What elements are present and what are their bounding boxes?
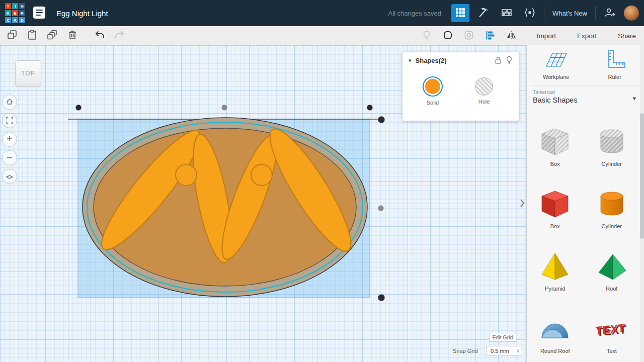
zoom-out-button[interactable]: [2, 150, 17, 165]
shape-category-dropdown[interactable]: Tinkercad Basic Shapes ▾: [527, 85, 644, 108]
home-icon: [6, 98, 14, 107]
box-thumb: [539, 188, 571, 221]
ruler-icon: [604, 49, 626, 71]
handle-bottom-right[interactable]: [378, 294, 385, 301]
workplane-tool[interactable]: Workplane: [527, 49, 586, 80]
category-brand: Tinkercad: [533, 89, 638, 95]
fit-view-icon: [6, 116, 14, 126]
shape-item-round-roof[interactable]: Round Roof: [527, 302, 584, 362]
shape-item-text[interactable]: TEXTTEXT Text: [584, 302, 640, 362]
handle-top-right[interactable]: [367, 105, 373, 111]
tinkercad-logo[interactable]: T I N K E R C A D: [5, 3, 25, 23]
dashboard-grid-button[interactable]: [451, 4, 469, 22]
cylinder-thumb: [596, 188, 628, 221]
chevron-right-icon: [520, 199, 525, 210]
handle-top-left[interactable]: [75, 105, 82, 111]
hole-label: Hole: [478, 99, 490, 105]
logo-tile: I: [12, 3, 18, 9]
shape-item-cylinder-hole[interactable]: Cylinder: [584, 115, 640, 177]
handle-top-mid[interactable]: [221, 105, 227, 111]
bricks-export-button[interactable]: [498, 4, 516, 22]
fit-view-button[interactable]: [2, 113, 17, 128]
ruler-tool[interactable]: Ruler: [586, 49, 644, 80]
redo-icon: [114, 29, 125, 42]
whats-new-link[interactable]: What's New: [549, 10, 590, 17]
hide-button[interactable]: [506, 56, 513, 66]
design-properties-button[interactable]: [30, 4, 48, 22]
lock-icon: [495, 56, 502, 65]
pickaxe-icon: [477, 7, 490, 20]
ungroup-button[interactable]: [463, 30, 475, 42]
redo-button[interactable]: [114, 30, 126, 42]
share-button[interactable]: Share: [618, 32, 636, 40]
shape-item-pyramid[interactable]: Pyramid: [527, 240, 584, 302]
codeblocks-button[interactable]: [521, 4, 539, 22]
mirror-icon: [506, 30, 517, 42]
hole-swatch: [475, 77, 493, 96]
logo-tile: T: [5, 3, 11, 9]
shape-item-roof[interactable]: Roof: [584, 240, 640, 302]
duplicate-button[interactable]: [46, 30, 58, 42]
lock-button[interactable]: [495, 56, 502, 65]
header-separator: [544, 7, 544, 20]
collapse-caret-icon[interactable]: ▾: [409, 57, 412, 64]
view-cube[interactable]: TOP: [15, 60, 41, 86]
logo-tile: A: [12, 17, 18, 23]
undo-button[interactable]: [94, 30, 106, 42]
snap-grid-select[interactable]: 0.5 mm ▴▾: [486, 346, 521, 355]
logo-tile: K: [5, 10, 11, 16]
duplicate-icon: [47, 29, 58, 42]
sidebar-collapse-button[interactable]: [518, 196, 526, 212]
header-separator: [595, 7, 596, 20]
minecraft-export-button[interactable]: [474, 4, 493, 22]
minus-icon: [6, 153, 14, 163]
shape-item-box[interactable]: Box: [527, 177, 584, 240]
handle-right-mid[interactable]: [378, 205, 384, 211]
sidebar-scrollbar-thumb[interactable]: [640, 113, 644, 239]
design-title[interactable]: Egg Night Light: [56, 9, 108, 18]
workspace-tools-row: Workplane Ruler: [527, 45, 644, 80]
selected-object-egg-plate[interactable]: [83, 118, 367, 297]
shape-gallery: Box Cylinder Box Cylinder: [527, 108, 644, 362]
zoom-in-button[interactable]: [2, 132, 17, 147]
logo-tile: D: [19, 17, 25, 23]
category-name: Basic Shapes: [533, 96, 638, 104]
solid-option[interactable]: Solid: [423, 76, 443, 106]
export-button[interactable]: Export: [577, 32, 597, 40]
tinkercad-app: T I N K E R C A D Egg Night Light All ch…: [0, 0, 644, 362]
shape-item-cylinder[interactable]: Cylinder: [584, 177, 640, 240]
logo-tile: C: [5, 17, 11, 23]
show-hidden-button[interactable]: [421, 30, 433, 42]
user-avatar[interactable]: [624, 6, 639, 21]
shape-label: Round Roof: [540, 348, 570, 354]
paste-button[interactable]: [26, 30, 38, 42]
delete-button[interactable]: [66, 30, 78, 42]
snap-grid-label: Snap Grid: [453, 348, 478, 354]
flat-plane-icon: [6, 172, 14, 182]
copy-button[interactable]: [6, 30, 18, 42]
mirror-button[interactable]: [505, 30, 517, 42]
toolbar-actions: Import Export Share: [537, 26, 636, 45]
home-view-button[interactable]: [2, 95, 17, 110]
shapes-panel-body: Solid Hole: [403, 69, 519, 121]
person-add-icon: [603, 7, 616, 20]
align-button[interactable]: [484, 30, 496, 42]
logo-tile: E: [12, 10, 18, 16]
import-button[interactable]: Import: [537, 32, 556, 40]
perspective-toggle-button[interactable]: [2, 169, 17, 184]
shape-label: Text: [607, 348, 617, 354]
shape-item-box-hole[interactable]: Box: [527, 115, 584, 177]
box-hole-thumb: [539, 126, 571, 159]
edit-grid-button[interactable]: Edit Grid: [489, 333, 516, 342]
round-roof-thumb: [539, 313, 571, 346]
shape-label: Box: [550, 223, 560, 229]
hole-option[interactable]: Hole: [475, 76, 493, 105]
text-thumb: TEXTTEXT: [596, 313, 628, 346]
list-icon: [33, 6, 46, 21]
sidebar-scrollbar-track[interactable]: [640, 45, 644, 362]
invite-collaborator-button[interactable]: [601, 4, 619, 22]
spinner-arrows-icon: ▴▾: [517, 348, 519, 353]
group-button[interactable]: [442, 30, 454, 42]
shapes-panel-header: ▾ Shapes(2): [403, 52, 519, 69]
handle-right-upper[interactable]: [378, 116, 385, 123]
